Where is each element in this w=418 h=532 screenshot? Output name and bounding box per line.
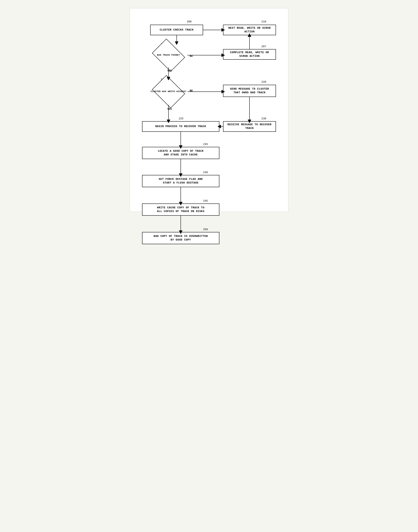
box-240: SET FORCE DESTAGE FLAG AND START A FLUSH… [142, 175, 219, 187]
box-245: WRITE CACHE COPY OF TRACK TO ALL COPIES … [142, 204, 219, 216]
ref-210: 210 [262, 20, 266, 23]
box-235: LOCATE A GOOD COPY OF TRACK AND STAGE IN… [142, 147, 219, 159]
diagram-container: 200 210 CLUSTER CHECKS TRACK NEXT READ, … [130, 8, 288, 212]
ref-240: 240 [203, 171, 208, 174]
box-230: RECEIVE MESSAGE TO RECOVER TRACK [223, 121, 276, 132]
ref-225: 225 [179, 117, 183, 120]
ref-235: 235 [203, 143, 208, 146]
ref-220: 220 [262, 80, 266, 84]
box-210: NEXT READ, WRITE OR SCRUB ACTION [223, 25, 276, 35]
label-yes-205: YES [167, 70, 172, 72]
ref-250: 250 [203, 228, 208, 231]
ref-207: 207 [262, 45, 266, 48]
ref-230: 230 [262, 117, 266, 120]
ref-200: 200 [187, 20, 191, 23]
diamond-215: CLUSTER HAS WRITE ACCESS? [150, 78, 187, 105]
box-250: BAD COPY OF TRACK IS OVERWRITTEN BY GOOD… [142, 232, 219, 244]
box-200: CLUSTER CHECKS TRACK [150, 25, 203, 35]
label-no-205: NO [190, 55, 193, 58]
box-225: BEGIN PROCESS TO RECOVER TRACK [142, 121, 219, 132]
label-yes-215: YES [167, 108, 172, 111]
diamond-205: BAD TRACK FOUND? [150, 43, 187, 67]
label-no-215: NO [190, 89, 193, 92]
box-220: SEND MESSAGE TO CLUSTER THAT OWNS BAD TR… [223, 85, 276, 97]
box-207: COMPLETE READ, WRITE OR SCRUB ACTION [223, 49, 276, 60]
ref-245: 245 [203, 199, 208, 203]
